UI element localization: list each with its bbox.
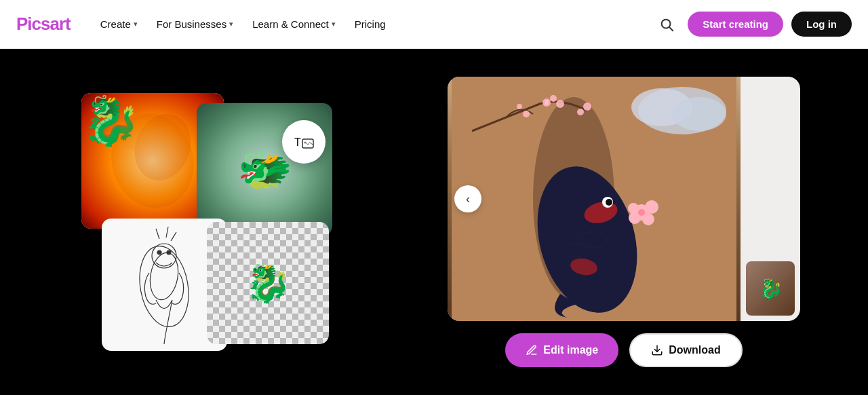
image-viewer: ‹ 🐉 bbox=[448, 77, 800, 321]
tool-icon-badge: T bbox=[282, 120, 326, 164]
svg-point-38 bbox=[642, 213, 654, 225]
download-button-label: Download bbox=[669, 344, 720, 356]
svg-point-27 bbox=[672, 97, 726, 131]
search-button[interactable] bbox=[654, 12, 679, 37]
nav-label-learn: Learn & Connect bbox=[252, 18, 329, 30]
svg-point-19 bbox=[583, 102, 591, 111]
navbar: Picsart Create ▾ For Businesses ▾ Learn … bbox=[0, 0, 868, 49]
svg-point-12 bbox=[304, 142, 307, 144]
start-creating-button[interactable]: Start creating bbox=[688, 12, 783, 37]
edit-button-label: Edit image bbox=[543, 344, 598, 356]
svg-point-40 bbox=[628, 203, 639, 214]
nav-label-businesses: For Businesses bbox=[157, 18, 226, 30]
logo[interactable]: Picsart bbox=[16, 14, 71, 35]
nav-item-learn[interactable]: Learn & Connect ▾ bbox=[244, 13, 344, 35]
svg-text:T: T bbox=[294, 136, 301, 148]
svg-point-8 bbox=[157, 250, 161, 255]
thumbnail-strip: 🐉 bbox=[741, 77, 800, 321]
chevron-down-icon: ▾ bbox=[332, 20, 336, 29]
thumbnail-item[interactable]: 🐉 bbox=[746, 261, 795, 316]
svg-point-5 bbox=[134, 242, 195, 331]
main-content: 🐉 🐲 bbox=[0, 49, 868, 395]
logo-text: Picsart bbox=[16, 14, 71, 34]
svg-point-18 bbox=[577, 109, 584, 115]
chevron-down-icon: ▾ bbox=[229, 20, 233, 29]
left-panel: 🐉 🐲 bbox=[0, 49, 407, 395]
action-buttons: Edit image Download bbox=[505, 333, 742, 367]
prev-image-button[interactable]: ‹ bbox=[454, 185, 481, 212]
login-button[interactable]: Log in bbox=[791, 12, 852, 37]
nav-label-pricing: Pricing bbox=[355, 18, 386, 30]
nav-item-create[interactable]: Create ▾ bbox=[92, 13, 146, 35]
nav-item-businesses[interactable]: For Businesses ▾ bbox=[149, 13, 241, 35]
dragon-card-4: 🐉 bbox=[207, 222, 329, 344]
nav-item-pricing[interactable]: Pricing bbox=[347, 13, 394, 35]
main-image-area: ‹ bbox=[448, 77, 741, 321]
svg-line-1 bbox=[669, 27, 673, 31]
download-icon bbox=[651, 344, 663, 356]
svg-point-20 bbox=[523, 111, 530, 117]
image-collage: 🐉 🐲 bbox=[61, 93, 346, 351]
svg-point-21 bbox=[517, 104, 522, 109]
chevron-down-icon: ▾ bbox=[134, 20, 138, 29]
koi-tattoo-image bbox=[448, 77, 741, 321]
svg-point-37 bbox=[645, 200, 658, 214]
dragon-image-4: 🐉 bbox=[207, 222, 329, 344]
svg-point-4 bbox=[119, 117, 153, 151]
nav-label-create: Create bbox=[100, 18, 131, 30]
right-panel: ‹ 🐉 Edit image bbox=[407, 49, 841, 395]
edit-icon bbox=[526, 344, 538, 356]
download-button[interactable]: Download bbox=[629, 333, 742, 367]
edit-image-button[interactable]: Edit image bbox=[505, 333, 618, 367]
svg-point-9 bbox=[167, 250, 171, 255]
svg-point-41 bbox=[638, 209, 645, 216]
svg-point-17 bbox=[556, 100, 564, 108]
svg-point-16 bbox=[550, 95, 557, 102]
nav-right: Start creating Log in bbox=[654, 12, 852, 37]
svg-point-35 bbox=[606, 199, 612, 206]
chevron-left-icon: ‹ bbox=[466, 192, 470, 206]
svg-point-7 bbox=[152, 244, 176, 268]
nav-items: Create ▾ For Businesses ▾ Learn & Connec… bbox=[92, 13, 654, 35]
